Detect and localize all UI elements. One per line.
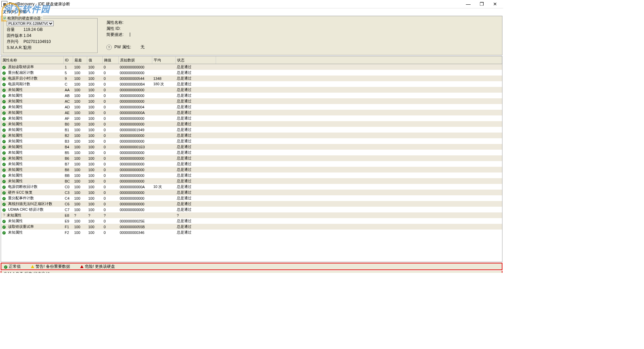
cell-id: B0 [63, 121, 73, 127]
cell-value: 100 [87, 144, 102, 150]
col-avg[interactable]: 平均 [152, 56, 175, 64]
table-row[interactable]: ✓ 电源切断收回计数C0100100000000000000A10 次总是通过 [1, 184, 502, 190]
table-row[interactable]: ✓ 硬件 ECC 恢复C31001000000000000000总是通过 [1, 190, 502, 195]
cell-worst: ? [73, 212, 87, 218]
table-row[interactable]: ✓ UDMA CRC 错误计数C71001000000000000000总是通过 [1, 207, 502, 212]
drive-info-legend: 检测到的硬盘驱动器: [6, 16, 43, 21]
table-row[interactable]: ✓ 离线扫描无法纠正扇区计数C61001000000000000000总是通过 [1, 201, 502, 207]
cell-name: ✓ 未知属性 [1, 115, 63, 121]
cell-value: 100 [87, 195, 102, 201]
table-row[interactable]: ✓ 未知属性B61001000000000000000总是通过 [1, 155, 502, 161]
cell-threshold: 0 [102, 81, 118, 87]
cell-value: 100 [87, 70, 102, 76]
cell-threshold: 0 [102, 138, 118, 144]
cell-name: ✓ 读取错误重试率 [1, 224, 63, 230]
cell-id: B4 [63, 144, 73, 150]
window-titlebar: ▩ FinalRecovery - IDE 硬盘健康诊断 — ❐ ✕ [0, 0, 503, 8]
table-row[interactable]: ✓ 未知属性AA1001000000000000000总是通过 [1, 87, 502, 93]
table-row[interactable]: ✓ 未知属性B51001000000000000000总是通过 [1, 150, 502, 155]
maximize-button[interactable]: ❐ [475, 1, 488, 7]
cell-value: 100 [87, 155, 102, 161]
cell-threshold: 0 [102, 76, 118, 81]
cell-threshold: 0 [102, 167, 118, 172]
cell-name: ✓ 未知属性 [1, 98, 63, 104]
cell-threshold: 0 [102, 195, 118, 201]
table-row[interactable]: ✓ 未知属性AF1001000000000000000总是通过 [1, 115, 502, 121]
cell-value: 100 [87, 190, 102, 195]
cell-raw: 000000000000 [118, 133, 152, 138]
cell-worst: 100 [73, 178, 87, 184]
minimize-button[interactable]: — [462, 1, 475, 7]
table-row[interactable]: ✓ 未知属性AC1001000000000000000总是通过 [1, 98, 502, 104]
col-threshold[interactable]: 阈值 [102, 56, 118, 64]
table-row[interactable]: ✓ 未知属性B81001000000000000000总是通过 [1, 167, 502, 172]
cell-name: ✓ 未知属性 [1, 104, 63, 110]
table-row[interactable]: ✓ 未知属性AE100100000000000000A总是通过 [1, 110, 502, 115]
table-row[interactable]: ✓ 重分配事件计数C41001000000000000000总是通过 [1, 195, 502, 201]
table-row[interactable]: ✓ 未知属性BC1001000000000000000总是通过 [1, 178, 502, 184]
table-row[interactable]: ✓ 读取错误重试率F1100100000000000055B总是通过 [1, 224, 502, 230]
col-worst[interactable]: 最差 [73, 56, 87, 64]
cell-status: 总是通过 [175, 184, 216, 190]
col-raw[interactable]: 原始数据 [118, 56, 152, 64]
table-row[interactable]: ✓ 未知属性B71001000000000000000总是通过 [1, 161, 502, 167]
table-row[interactable]: ? 未知属性E8???? [1, 212, 502, 218]
cell-threshold: 0 [102, 172, 118, 178]
table-row[interactable]: ✓ 原始读取错误率11001000000000000000总是通过 [1, 64, 502, 70]
table-row[interactable]: ✓ 重分配扇区计数51001000000000000000总是通过 [1, 70, 502, 76]
table-row[interactable]: ✓ 未知属性B01001000000000000000总是通过 [1, 121, 502, 127]
col-value[interactable]: 值 [87, 56, 102, 64]
drive-select[interactable]: PLEXTOR PX-128M7VC [7, 21, 54, 26]
table-row[interactable]: ✓ 未知属性B410010000000000001E0总是通过 [1, 144, 502, 150]
smart-table-container[interactable]: 属性名称ID最差值阈值原始数据平均状态 ✓ 原始读取错误率11001000000… [1, 56, 502, 262]
cell-id: AB [63, 93, 73, 98]
cell-id: B3 [63, 138, 73, 144]
menu-file[interactable]: 文件(F) [3, 9, 16, 15]
close-button[interactable]: ✕ [488, 1, 502, 7]
cell-name: ✓ 重分配事件计数 [1, 195, 63, 201]
cell-worst: 100 [73, 98, 87, 104]
table-row[interactable]: ✓ 未知属性AB1001000000000000000总是通过 [1, 93, 502, 98]
cell-name: ✓ 未知属性 [1, 93, 63, 98]
attr-desc-label: 简要描述: [106, 32, 130, 38]
cell-value: 100 [87, 121, 102, 127]
cell-threshold: ? [102, 212, 118, 218]
cell-worst: 100 [73, 121, 87, 127]
cell-raw: 000000000544 [118, 76, 152, 81]
cell-name: ✓ 电源切断收回计数 [1, 184, 63, 190]
col-status[interactable]: 状态 [175, 56, 216, 64]
menu-help[interactable]: 帮助 [18, 9, 26, 15]
cell-name: ✓ 未知属性 [1, 172, 63, 178]
table-row[interactable]: ✓ 未知属性AD1001000000000000004总是通过 [1, 104, 502, 110]
table-row[interactable]: ✓ 未知属性B21001000000000000000总是通过 [1, 133, 502, 138]
cell-value: 100 [87, 167, 102, 172]
table-row[interactable]: ✓ 未知属性BB1001000000000000000总是通过 [1, 172, 502, 178]
cell-status: 总是通过 [175, 150, 216, 155]
cell-raw: 000000000346 [118, 230, 152, 235]
cell-value: 100 [87, 93, 102, 98]
table-row[interactable]: ✓ 电源开启小时计数910010000000000005441348总是通过 [1, 76, 502, 81]
cell-threshold: 0 [102, 155, 118, 161]
cell-status: 总是通过 [175, 115, 216, 121]
help-icon[interactable]: ? [106, 45, 112, 50]
table-row[interactable]: ✓ 未知属性F21001000000000000346总是通过 [1, 230, 502, 235]
cell-id: B1 [63, 127, 73, 133]
table-row[interactable]: ✓ 未知属性E9100100000000000025E总是通过 [1, 218, 502, 224]
cell-status: 总是通过 [175, 167, 216, 172]
cell-value: 100 [87, 81, 102, 87]
col-id[interactable]: ID [63, 56, 73, 64]
cell-value: 100 [87, 230, 102, 235]
cell-value: 100 [87, 150, 102, 155]
smart-table: 属性名称ID最差值阈值原始数据平均状态 ✓ 原始读取错误率11001000000… [1, 56, 502, 235]
table-row[interactable]: ✓ 电源周期计数C10010000000000000B4180 次总是通过 [1, 81, 502, 87]
cell-value: ? [87, 212, 102, 218]
table-row[interactable]: ✓ 未知属性B31001000000000000000总是通过 [1, 138, 502, 144]
col-name[interactable]: 属性名称 [1, 56, 63, 64]
cell-avg [152, 70, 175, 76]
table-row[interactable]: ✓ 未知属性B11001000000000001949总是通过 [1, 127, 502, 133]
cell-status: 总是通过 [175, 207, 216, 212]
cell-avg [152, 201, 175, 207]
cell-name: ✓ 未知属性 [1, 218, 63, 224]
cell-raw: 0000000001E0 [118, 144, 152, 150]
cell-avg [152, 121, 175, 127]
